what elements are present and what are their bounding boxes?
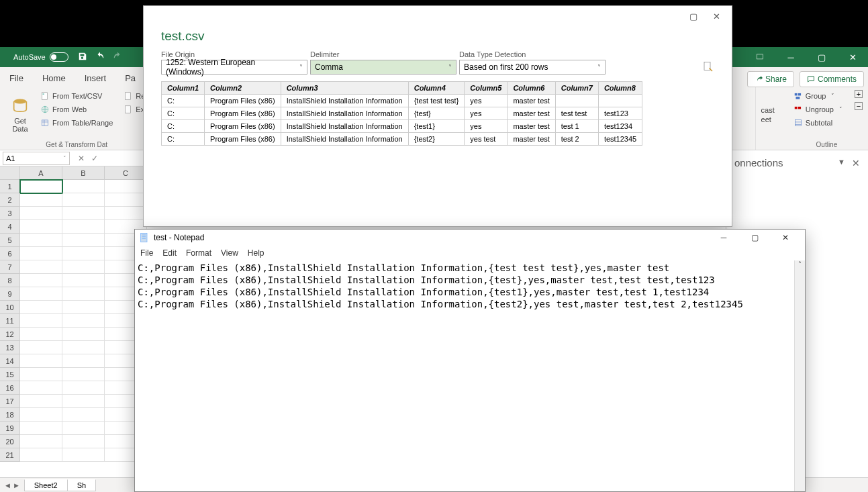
row-header[interactable]: 10 <box>0 301 20 314</box>
tab-home[interactable]: Home <box>33 69 75 87</box>
tab-file[interactable]: File <box>0 69 33 87</box>
notepad-scrollbar[interactable]: ˄ <box>794 260 805 491</box>
autosave-switch-icon[interactable] <box>50 52 68 62</box>
notepad-text-area[interactable]: C:,Program Files (x86),InstallShield Ins… <box>135 260 805 311</box>
row-header[interactable]: 5 <box>0 234 20 247</box>
cell[interactable] <box>62 328 105 341</box>
cell[interactable] <box>20 381 62 395</box>
get-data-button[interactable]: Get Data <box>5 90 35 140</box>
sheet-nav-next-icon[interactable]: ► <box>13 481 20 489</box>
subtotal-button[interactable]: Subtotal <box>791 117 845 129</box>
cell[interactable] <box>62 260 105 274</box>
row-header[interactable]: 13 <box>0 341 20 354</box>
cell[interactable] <box>105 193 147 207</box>
tab-partial[interactable]: Pa <box>115 69 145 87</box>
comments-button[interactable]: Comments <box>800 71 864 87</box>
cell[interactable] <box>20 207 62 220</box>
cell[interactable] <box>20 260 62 274</box>
cell[interactable] <box>20 368 62 381</box>
cell[interactable] <box>62 395 105 408</box>
dialog-maximize-button[interactable]: ▢ <box>682 7 705 26</box>
cell[interactable] <box>20 328 62 341</box>
cell[interactable] <box>20 395 62 408</box>
cell[interactable] <box>20 287 62 301</box>
row-header[interactable]: 2 <box>0 193 20 207</box>
cell[interactable] <box>62 314 105 328</box>
col-header-c[interactable]: C <box>105 166 147 180</box>
hide-detail-icon[interactable]: − <box>855 102 863 110</box>
preview-column-header[interactable]: Column3 <box>281 82 408 95</box>
cell[interactable] <box>62 435 105 448</box>
cell[interactable] <box>62 287 105 301</box>
from-web-button[interactable]: From Web <box>38 103 115 115</box>
name-box[interactable]: A1˅ <box>3 152 70 165</box>
preview-column-header[interactable]: Column4 <box>408 82 465 95</box>
row-header[interactable]: 7 <box>0 260 20 274</box>
detect-datatype-icon[interactable] <box>702 61 714 75</box>
cell[interactable] <box>62 180 105 193</box>
from-textcsv-button[interactable]: From Text/CSV <box>38 90 115 102</box>
row-header[interactable]: 19 <box>0 422 20 435</box>
select-all-corner[interactable] <box>0 166 20 180</box>
cell[interactable] <box>62 422 105 435</box>
row-header[interactable]: 18 <box>0 408 20 422</box>
row-header[interactable]: 1 <box>0 180 20 193</box>
cell[interactable] <box>20 193 62 207</box>
tab-insert[interactable]: Insert <box>75 69 116 87</box>
cell[interactable] <box>20 274 62 287</box>
ungroup-button[interactable]: Ungroup˅ <box>791 103 845 115</box>
notepad-menu-format[interactable]: Format <box>186 248 211 258</box>
qpane-dropdown-icon[interactable]: ▼ <box>838 158 845 168</box>
group-button[interactable]: Group˅ <box>791 90 845 102</box>
close-button[interactable]: ✕ <box>837 47 868 67</box>
cell[interactable] <box>20 301 62 314</box>
maximize-button[interactable]: ▢ <box>806 47 837 67</box>
row-header[interactable]: 14 <box>0 354 20 368</box>
cell[interactable] <box>20 408 62 422</box>
cell[interactable] <box>62 301 105 314</box>
notepad-maximize-button[interactable]: ▢ <box>739 230 770 246</box>
preview-column-header[interactable]: Column6 <box>508 82 555 95</box>
cell[interactable] <box>20 341 62 354</box>
cell[interactable] <box>62 247 105 260</box>
row-header[interactable]: 21 <box>0 448 20 462</box>
from-table-button[interactable]: From Table/Range <box>38 117 115 129</box>
notepad-menu-edit[interactable]: Edit <box>162 248 177 258</box>
sheet-nav-prev-icon[interactable]: ◄ <box>4 481 11 489</box>
preview-column-header[interactable]: Column8 <box>598 82 642 95</box>
cell[interactable] <box>20 422 62 435</box>
cell[interactable] <box>62 448 105 462</box>
qpane-close-icon[interactable]: ✕ <box>852 158 860 168</box>
save-icon[interactable] <box>78 52 87 62</box>
cell[interactable] <box>62 368 105 381</box>
cell[interactable] <box>20 314 62 328</box>
cell[interactable] <box>62 234 105 247</box>
cell[interactable] <box>20 234 62 247</box>
row-header[interactable]: 6 <box>0 247 20 260</box>
sheet-tab-partial[interactable]: Sh <box>68 479 96 491</box>
notepad-menu-help[interactable]: Help <box>248 248 264 258</box>
notepad-menu-view[interactable]: View <box>221 248 238 258</box>
row-header[interactable]: 3 <box>0 207 20 220</box>
row-header[interactable]: 11 <box>0 314 20 328</box>
sheet-tab-sheet2[interactable]: Sheet2 <box>24 479 68 491</box>
cell[interactable] <box>62 193 105 207</box>
row-header[interactable]: 4 <box>0 220 20 234</box>
show-detail-icon[interactable]: + <box>855 90 863 98</box>
notepad-close-button[interactable]: ✕ <box>770 230 801 246</box>
row-header[interactable]: 12 <box>0 328 20 341</box>
ribbon-display-icon[interactable] <box>744 47 775 67</box>
dialog-close-button[interactable]: ✕ <box>705 7 728 26</box>
redo-icon[interactable] <box>113 52 122 62</box>
cell[interactable] <box>105 180 147 193</box>
cell[interactable] <box>62 408 105 422</box>
notepad-minimize-button[interactable]: ─ <box>708 230 739 246</box>
cell[interactable] <box>62 341 105 354</box>
row-header[interactable]: 17 <box>0 395 20 408</box>
cell[interactable] <box>20 180 62 193</box>
preview-column-header[interactable]: Column7 <box>555 82 598 95</box>
row-header[interactable]: 16 <box>0 381 20 395</box>
col-header-a[interactable]: A <box>20 166 62 180</box>
enter-icon[interactable]: ✓ <box>91 154 98 163</box>
scroll-up-icon[interactable]: ˄ <box>795 260 805 271</box>
